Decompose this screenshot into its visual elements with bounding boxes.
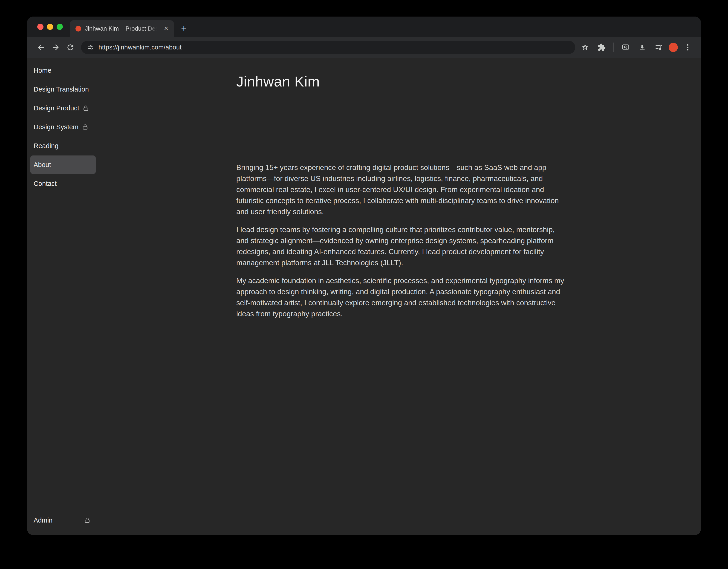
page-search-icon	[621, 43, 630, 52]
page-content: Home Design Translation Design Product D…	[27, 58, 701, 535]
bio-text: Bringing 15+ years experience of craftin…	[236, 162, 566, 319]
sidebar-item-contact[interactable]: Contact	[30, 174, 96, 193]
zoom-window-button[interactable]	[57, 24, 63, 30]
downloads-button[interactable]	[636, 41, 649, 54]
bookmark-button[interactable]	[578, 41, 592, 54]
sidebar-item-design-product[interactable]: Design Product	[30, 99, 96, 117]
sidebar-item-label: Reading	[34, 142, 58, 150]
tab-favicon-icon	[75, 26, 81, 32]
tab-strip: Jinhwan Kim – Product Desig ✕ +	[27, 17, 701, 37]
star-icon	[581, 43, 589, 52]
media-queue-icon	[655, 43, 663, 52]
window-controls	[37, 24, 63, 30]
site-info-button[interactable]	[87, 44, 94, 51]
puzzle-icon	[598, 43, 606, 52]
sidebar-spacer	[27, 193, 101, 511]
forward-button[interactable]	[48, 40, 63, 55]
sidebar-item-label: Home	[34, 67, 51, 74]
sidebar-item-label: Contact	[34, 180, 57, 188]
sidebar-item-reading[interactable]: Reading	[30, 137, 96, 155]
tab-close-icon[interactable]: ✕	[162, 24, 170, 33]
back-arrow-icon	[37, 43, 45, 52]
media-controls-button[interactable]	[652, 41, 665, 54]
sidebar-item-label: Design Product	[34, 104, 79, 112]
sidebar: Home Design Translation Design Product D…	[27, 58, 101, 535]
sidebar-item-about[interactable]: About	[30, 156, 96, 174]
download-icon	[638, 43, 646, 52]
minimize-window-button[interactable]	[47, 24, 53, 30]
sidebar-item-label: About	[34, 161, 51, 169]
sidebar-item-home[interactable]: Home	[30, 61, 96, 80]
address-bar[interactable]: https://jinhwankim.com/about	[81, 41, 575, 54]
page-search-button[interactable]	[619, 41, 632, 54]
sidebar-item-design-system[interactable]: Design System	[30, 118, 96, 136]
forward-arrow-icon	[51, 43, 60, 52]
page-title: Jinhwan Kim	[236, 73, 566, 90]
profile-avatar[interactable]	[669, 43, 678, 52]
extensions-button[interactable]	[595, 41, 608, 54]
toolbar-actions	[578, 41, 694, 54]
bio-paragraph: I lead design teams by fostering a compe…	[236, 224, 566, 268]
sidebar-item-admin[interactable]: Admin	[30, 511, 96, 529]
desktop-background: Jinhwan Kim – Product Desig ✕ + https://…	[0, 0, 728, 569]
browser-menu-button[interactable]	[681, 41, 694, 54]
sidebar-item-label: Design System	[34, 123, 78, 131]
sidebar-item-label: Admin	[34, 517, 52, 524]
browser-window: Jinhwan Kim – Product Desig ✕ + https://…	[27, 17, 701, 535]
back-button[interactable]	[34, 40, 48, 55]
refresh-button[interactable]	[63, 40, 78, 55]
sidebar-item-design-translation[interactable]: Design Translation	[30, 80, 96, 98]
browser-tab[interactable]: Jinhwan Kim – Product Desig ✕	[70, 20, 174, 37]
kebab-menu-icon	[684, 43, 692, 52]
bio-paragraph: My academic foundation in aesthetics, sc…	[236, 275, 566, 319]
lock-icon	[82, 124, 89, 130]
sidebar-item-label: Design Translation	[34, 86, 89, 93]
url-text: https://jinhwankim.com/about	[98, 44, 182, 51]
toolbar-divider	[613, 43, 614, 52]
bio-paragraph: Bringing 15+ years experience of craftin…	[236, 162, 566, 217]
new-tab-button[interactable]: +	[178, 22, 190, 35]
main-content: Jinhwan Kim Bringing 15+ years experienc…	[101, 58, 701, 535]
browser-toolbar: https://jinhwankim.com/about	[27, 37, 701, 58]
refresh-icon	[66, 43, 75, 52]
close-window-button[interactable]	[37, 24, 43, 30]
site-settings-icon	[87, 44, 94, 51]
lock-icon	[82, 105, 89, 112]
lock-icon	[84, 517, 91, 524]
tab-title: Jinhwan Kim – Product Desig	[85, 25, 158, 32]
